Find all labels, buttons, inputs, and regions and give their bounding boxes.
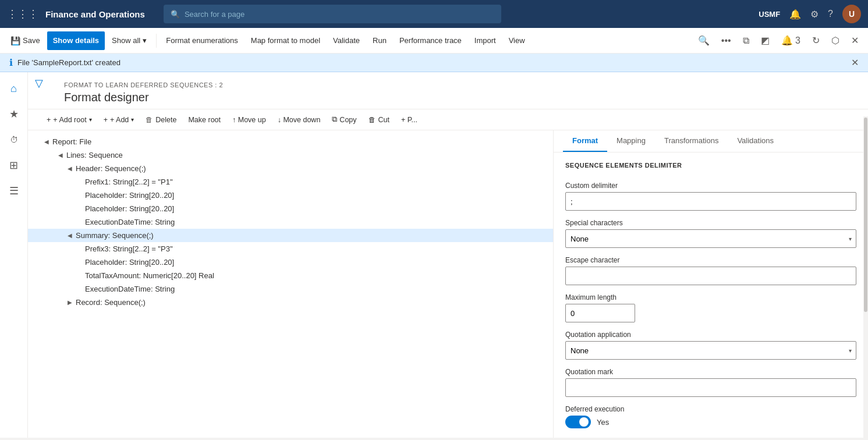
sidebar-icon-list[interactable]: ☰ <box>2 179 26 203</box>
move-down-button[interactable]: ↓ Move down <box>273 113 325 126</box>
breadcrumb: FORMAT TO LEARN DEFERRED SEQUENCES : 2 <box>64 81 854 88</box>
main-layout: ⌂ ★ ⏱ ⊞ ☰ ▽ FORMAT TO LEARN DEFERRED SEQ… <box>0 72 868 438</box>
toolbar-badge-icon[interactable]: 🔔 3 <box>777 33 805 48</box>
add-root-icon: + <box>47 116 51 124</box>
tab-transformations[interactable]: Transformations <box>655 130 728 152</box>
tree-item-totaltax[interactable]: TotalTaxAmount: Numeric[20..20] Real <box>28 269 553 282</box>
import-button[interactable]: Import <box>469 31 502 50</box>
show-all-button[interactable]: Show all ▾ <box>106 31 153 50</box>
move-up-button[interactable]: ↑ Move up <box>228 113 271 126</box>
add-chevron: ▾ <box>131 116 134 123</box>
validate-button[interactable]: Validate <box>327 31 366 50</box>
save-button[interactable]: 💾 Save <box>5 31 46 50</box>
tree-item-placeholder1[interactable]: Placeholder: String[20..20] <box>28 189 553 202</box>
escape-character-label: Escape character <box>565 256 856 264</box>
username-label: USMF <box>759 10 780 19</box>
tree-item-record-sequence[interactable]: ▶ Record: Sequence(;) <box>28 296 553 309</box>
deferred-execution-field: Deferred execution Yes <box>565 405 856 428</box>
avatar[interactable]: U <box>842 5 861 23</box>
info-icon: ℹ <box>9 57 13 68</box>
show-details-button[interactable]: Show details <box>47 31 105 50</box>
special-characters-select[interactable]: None Tab Newline <box>565 229 856 248</box>
sidebar-icon-home[interactable]: ⌂ <box>2 77 26 100</box>
tree-item-placeholder3[interactable]: Placeholder: String[20..20] <box>28 256 553 269</box>
help-icon[interactable]: ? <box>828 9 833 19</box>
search-icon: 🔍 <box>171 10 180 19</box>
app-title: Finance and Operations <box>45 9 145 19</box>
scrollbar[interactable] <box>863 130 868 438</box>
quotation-application-label: Quotation application <box>565 331 856 339</box>
toolbar-right: 🔍 ••• ⧉ ◩ 🔔 3 ↻ ⬡ ✕ <box>693 33 863 48</box>
top-nav: ⋮⋮⋮ Finance and Operations 🔍 USMF 🔔 ⚙ ? … <box>0 0 868 28</box>
add-root-button[interactable]: + + Add root ▾ <box>42 113 97 126</box>
tree-chevron: ◀ <box>65 165 75 172</box>
tree-item-summary-sequence[interactable]: ◀ Summary: Sequence(;) <box>28 229 553 242</box>
tree-item-execdate1[interactable]: ExecutionDateTime: String <box>28 215 553 229</box>
tree-chevron: ◀ <box>65 232 75 239</box>
special-characters-label: Special characters <box>565 219 856 227</box>
toolbar-search-icon[interactable]: 🔍 <box>693 33 714 48</box>
toolbar-refresh-icon[interactable]: ↻ <box>807 33 824 48</box>
tree-item-header-sequence[interactable]: ◀ Header: Sequence(;) <box>28 162 553 175</box>
deferred-execution-toggle[interactable] <box>565 416 591 428</box>
cut-button[interactable]: 🗑 Cut <box>364 113 394 126</box>
sidebar-icon-workspace[interactable]: ⊞ <box>2 154 26 177</box>
delete-button[interactable]: 🗑 Delete <box>141 113 181 126</box>
add-button[interactable]: + + Add ▾ <box>99 113 139 126</box>
escape-character-input[interactable] <box>565 267 856 285</box>
toolbar-close-icon[interactable]: ✕ <box>846 33 863 48</box>
view-button[interactable]: View <box>503 31 531 50</box>
special-characters-select-wrapper: None Tab Newline ▾ <box>565 229 856 248</box>
search-input[interactable] <box>185 10 494 19</box>
tree-item-prefix1[interactable]: Prefix1: String[2..2] = "P1" <box>28 175 553 189</box>
left-sidebar: ⌂ ★ ⏱ ⊞ ☰ <box>0 72 28 438</box>
tab-mapping[interactable]: Mapping <box>607 130 655 152</box>
format-enumerations-button[interactable]: Format enumerations <box>160 31 244 50</box>
add-icon: + <box>104 116 108 124</box>
maximum-length-field: Maximum length <box>565 293 856 322</box>
make-root-button[interactable]: Make root <box>183 113 225 126</box>
page-header: FORMAT TO LEARN DEFERRED SEQUENCES : 2 F… <box>50 72 868 109</box>
info-bar: ℹ File 'SampleReport.txt' created ✕ <box>0 54 868 72</box>
info-message: File 'SampleReport.txt' created <box>17 58 121 67</box>
map-format-button[interactable]: Map format to model <box>245 31 326 50</box>
tree-item-execdate2[interactable]: ExecutionDateTime: String <box>28 282 553 296</box>
tree-item-prefix3[interactable]: Prefix3: String[2..2] = "P3" <box>28 242 553 256</box>
search-bar: 🔍 <box>164 5 501 23</box>
right-panel: Format Mapping Transformations Validatio… <box>554 130 868 438</box>
maximum-length-input[interactable] <box>565 304 635 322</box>
more-button[interactable]: + P... <box>396 113 422 126</box>
tab-validations[interactable]: Validations <box>728 130 783 152</box>
sidebar-icon-favorites[interactable]: ★ <box>2 102 26 126</box>
quotation-mark-field: Quotation mark <box>565 368 856 397</box>
section-title: SEQUENCE ELEMENTS DELIMITER <box>565 162 856 169</box>
toolbar-more-icon[interactable]: ••• <box>717 33 736 48</box>
quotation-application-field: Quotation application None Single Double… <box>565 331 856 360</box>
filter-icon[interactable]: ▽ <box>35 77 43 90</box>
copy-button[interactable]: ⧉ Copy <box>327 113 361 126</box>
sidebar-icon-recent[interactable]: ⏱ <box>2 128 26 151</box>
right-icons: USMF 🔔 ⚙ ? U <box>759 5 861 23</box>
settings-icon[interactable]: ⚙ <box>810 9 819 20</box>
add-root-chevron: ▾ <box>89 116 92 123</box>
run-button[interactable]: Run <box>367 31 392 50</box>
tab-format[interactable]: Format <box>563 130 607 152</box>
tree-item-lines-sequence[interactable]: ◀ Lines: Sequence <box>28 148 553 162</box>
tree-item-report-file[interactable]: ◀ Report: File <box>28 135 553 148</box>
quotation-mark-input[interactable] <box>565 378 856 397</box>
quotation-application-select[interactable]: None Single Double <box>565 341 856 360</box>
deferred-execution-value: Yes <box>597 418 609 427</box>
toolbar-office-icon[interactable]: ◩ <box>756 33 774 48</box>
app-grid-icon[interactable]: ⋮⋮⋮ <box>7 8 38 20</box>
performance-trace-button[interactable]: Performance trace <box>394 31 467 50</box>
tree-item-placeholder2[interactable]: Placeholder: String[20..20] <box>28 202 553 215</box>
main-toolbar: 💾 Save Show details Show all ▾ Format en… <box>0 28 868 54</box>
notification-icon[interactable]: 🔔 <box>789 9 801 20</box>
delete-icon: 🗑 <box>146 116 153 124</box>
toolbar-open-icon[interactable]: ⬡ <box>827 33 844 48</box>
notification-badge: 3 <box>795 36 800 45</box>
custom-delimiter-input[interactable] <box>565 192 856 211</box>
custom-delimiter-label: Custom delimiter <box>565 182 856 190</box>
info-close-button[interactable]: ✕ <box>851 57 859 68</box>
toolbar-puzzle-icon[interactable]: ⧉ <box>738 33 754 48</box>
